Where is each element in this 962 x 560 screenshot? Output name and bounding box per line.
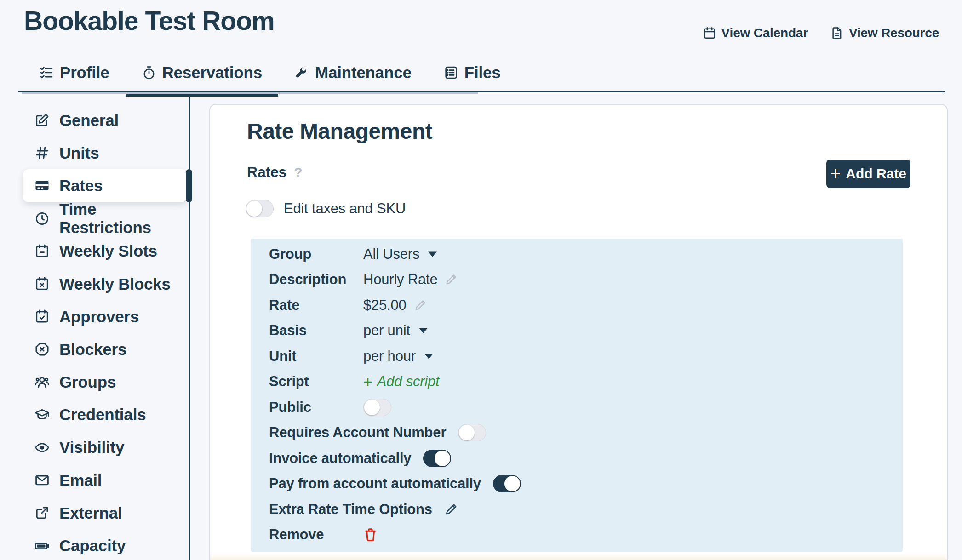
pencil-square-icon — [34, 113, 50, 128]
sidebar-item-label: Blockers — [59, 340, 126, 359]
header-links: View Calendar View Resource — [703, 26, 939, 40]
tab-profile[interactable]: Profile — [23, 57, 126, 88]
sidebar-item-groups[interactable]: Groups — [23, 366, 187, 399]
rate-row-pay-from-account-automatically: Pay from account automatically — [269, 471, 903, 497]
eye-icon — [34, 440, 50, 455]
rate-row-public: Public — [269, 394, 903, 420]
rate-row-label: Requires Account Number — [269, 424, 458, 441]
caret-down-icon — [428, 251, 437, 257]
calendar-x-icon — [34, 276, 50, 291]
rate-row-label: Extra Rate Time Options — [269, 501, 444, 518]
rate-row-label: Script — [269, 373, 363, 390]
credit-card-icon — [34, 178, 50, 193]
sidebar-item-label: Visibility — [59, 438, 124, 457]
rate-row-extra-rate-time-options: Extra Rate Time Options — [269, 497, 903, 522]
card-title: Rate Management — [247, 119, 432, 144]
rate-row-group: GroupAll Users — [269, 241, 903, 267]
sidebar-item-label: Credentials — [59, 406, 146, 424]
rate-row-label: Basis — [269, 322, 363, 339]
sidebar-item-general[interactable]: General — [23, 104, 187, 137]
rate-row-remove: Remove — [269, 522, 903, 548]
rates-section-header: Rates ? — [247, 164, 302, 181]
delete-trash-icon[interactable] — [363, 526, 378, 543]
sidebar-item-label: Email — [59, 471, 102, 490]
rate-row-label: Remove — [269, 526, 363, 543]
rate-row-label: Pay from account automatically — [269, 475, 493, 492]
view-calendar-label: View Calendar — [722, 26, 808, 40]
sidebar-item-visibility[interactable]: Visibility — [23, 431, 187, 464]
rate-value: $25.00 — [363, 297, 407, 314]
envelope-icon — [34, 473, 50, 488]
rate-panel: GroupAll UsersDescriptionHourly RateRate… — [251, 239, 903, 552]
wrench-icon — [294, 65, 309, 80]
hash-icon — [34, 145, 50, 160]
sidebar-item-label: Groups — [59, 373, 116, 391]
calendar-check-icon — [34, 309, 50, 324]
journal-icon — [444, 65, 458, 80]
public-toggle[interactable] — [363, 399, 391, 416]
basis-value: per unit — [363, 322, 410, 339]
sidebar-item-label: Weekly Slots — [59, 242, 157, 260]
edit-taxes-row: Edit taxes and SKU — [246, 200, 406, 217]
tab-reservations[interactable]: Reservations — [126, 57, 278, 88]
add-rate-button[interactable]: + Add Rate — [826, 160, 910, 188]
invoice-automatically-toggle[interactable] — [423, 450, 451, 467]
help-icon[interactable]: ? — [294, 165, 302, 180]
rate-row-label: Public — [269, 399, 363, 416]
sidebar-item-capacity[interactable]: Capacity — [23, 529, 187, 560]
rate-row-label: Invoice automatically — [269, 450, 423, 467]
sidebar-item-credentials[interactable]: Credentials — [23, 399, 187, 431]
sidebar-item-rates[interactable]: Rates — [23, 169, 187, 202]
view-calendar-link[interactable]: View Calendar — [703, 26, 808, 40]
sidebar-item-blockers[interactable]: Blockers — [23, 333, 187, 366]
requires-account-number-toggle[interactable] — [458, 424, 486, 441]
tab-maintenance[interactable]: Maintenance — [278, 57, 428, 88]
sidebar: GeneralUnitsRatesTime RestrictionsWeekly… — [0, 104, 189, 560]
section-title: Rates — [247, 164, 286, 181]
extra-rate-time-options-edit-icon[interactable] — [444, 503, 458, 516]
add-script-link[interactable]: +Add script — [363, 373, 440, 390]
edit-taxes-toggle[interactable] — [246, 200, 274, 217]
tab-files[interactable]: Files — [428, 57, 517, 88]
sidebar-item-approvers[interactable]: Approvers — [23, 300, 187, 333]
bottom-strip — [210, 553, 947, 560]
rate-row-label: Unit — [269, 348, 363, 365]
caret-down-icon — [424, 353, 434, 360]
unit-select[interactable]: per hour — [363, 348, 434, 365]
sidebar-item-external[interactable]: External — [23, 497, 187, 529]
sidebar-item-email[interactable]: Email — [23, 464, 187, 497]
add-script-label: Add script — [377, 373, 440, 390]
pay-from-account-automatically-toggle[interactable] — [493, 475, 521, 492]
sidebar-item-label: Capacity — [59, 537, 126, 555]
sidebar-item-label: General — [59, 111, 119, 130]
sidebar-item-units[interactable]: Units — [23, 137, 187, 169]
rate-row-requires-account-number: Requires Account Number — [269, 420, 903, 446]
edit-pencil-icon[interactable] — [445, 273, 458, 286]
rate-row-label: Group — [269, 246, 363, 263]
stopwatch-icon — [142, 65, 156, 80]
sidebar-item-weekly-blocks[interactable]: Weekly Blocks — [23, 268, 187, 300]
rate-row-basis: Basisper unit — [269, 318, 903, 344]
description-value: Hourly Rate — [363, 271, 437, 288]
rate-row-label: Description — [269, 271, 363, 288]
edit-pencil-icon[interactable] — [414, 299, 427, 312]
sidebar-item-label: Time Restrictions — [59, 200, 187, 237]
add-rate-label: Add Rate — [846, 166, 906, 182]
checklist-icon — [39, 65, 54, 80]
sidebar-item-time-restrictions[interactable]: Time Restrictions — [23, 202, 187, 235]
sidebar-item-weekly-slots[interactable]: Weekly Slots — [23, 235, 187, 268]
sidebar-item-label: Units — [59, 144, 99, 162]
edit-taxes-label: Edit taxes and SKU — [284, 200, 406, 217]
basis-select[interactable]: per unit — [363, 322, 428, 339]
group-select[interactable]: All Users — [363, 246, 437, 263]
calendar-minus-icon — [34, 244, 50, 259]
group-value: All Users — [363, 246, 419, 263]
rate-row-description: DescriptionHourly Rate — [269, 267, 903, 293]
rate-row-invoice-automatically: Invoice automatically — [269, 446, 903, 471]
view-resource-link[interactable]: View Resource — [830, 26, 939, 40]
view-resource-label: View Resource — [849, 26, 939, 40]
rate-row-rate: Rate$25.00 — [269, 292, 903, 318]
tabbar: ProfileReservationsMaintenanceFiles — [23, 57, 517, 88]
calendar-icon — [703, 26, 716, 40]
caret-down-icon — [418, 327, 428, 334]
